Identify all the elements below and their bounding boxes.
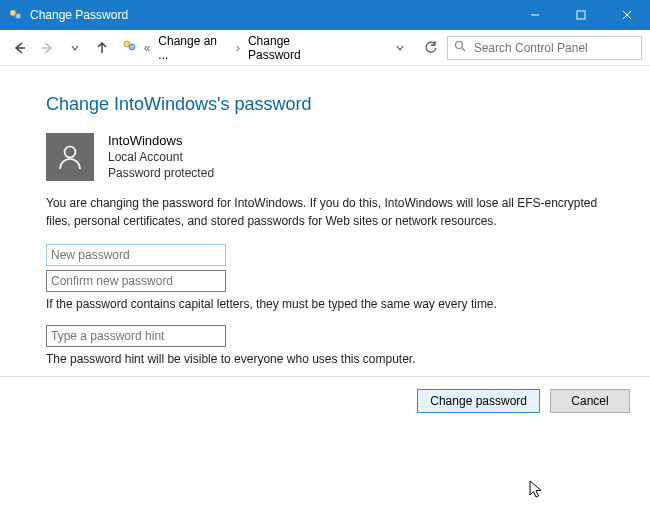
account-status: Password protected [108, 165, 214, 181]
user-name: IntoWindows [108, 133, 214, 148]
close-button[interactable] [604, 0, 650, 30]
footer: Change password Cancel [0, 376, 650, 425]
search-input[interactable] [472, 40, 635, 56]
user-summary: IntoWindows Local Account Password prote… [46, 133, 610, 181]
svg-point-11 [455, 42, 462, 49]
user-accounts-icon [122, 38, 138, 57]
svg-line-12 [462, 48, 465, 51]
titlebar: Change Password [0, 0, 650, 30]
warning-text: You are changing the password for IntoWi… [46, 195, 610, 230]
chevron-right-icon: › [234, 41, 242, 55]
back-button[interactable] [8, 36, 31, 60]
app-icon [8, 7, 24, 23]
up-button[interactable] [90, 36, 113, 60]
search-icon [454, 40, 466, 55]
recent-locations-button[interactable] [63, 36, 86, 60]
breadcrumb-parent[interactable]: Change an ... [156, 32, 230, 64]
hint-note: The password hint will be visible to eve… [46, 351, 610, 368]
refresh-button[interactable] [419, 41, 442, 55]
minimize-button[interactable] [512, 0, 558, 30]
window-title: Change Password [30, 8, 128, 22]
address-dropdown-button[interactable] [392, 43, 410, 53]
svg-point-10 [129, 44, 135, 50]
forward-button[interactable] [35, 36, 58, 60]
confirm-password-input[interactable] [46, 270, 226, 292]
main-content: Change IntoWindows's password IntoWindow… [0, 66, 650, 368]
new-password-input[interactable] [46, 244, 226, 266]
avatar [46, 133, 94, 181]
password-hint-input[interactable] [46, 325, 226, 347]
page-heading: Change IntoWindows's password [46, 94, 610, 115]
svg-point-13 [65, 147, 76, 158]
svg-rect-3 [577, 11, 585, 19]
change-password-button[interactable]: Change password [417, 389, 540, 413]
maximize-button[interactable] [558, 0, 604, 30]
cancel-button[interactable]: Cancel [550, 389, 630, 413]
caps-note: If the password contains capital letters… [46, 296, 610, 313]
search-box[interactable] [447, 36, 642, 60]
breadcrumb-current[interactable]: Change Password [246, 32, 345, 64]
toolbar: « Change an ... › Change Password [0, 30, 650, 66]
cursor-icon [529, 480, 543, 503]
svg-point-1 [15, 13, 21, 19]
breadcrumb[interactable]: « Change an ... › Change Password [122, 32, 345, 64]
chevron-left-icon: « [142, 41, 153, 55]
account-type: Local Account [108, 149, 214, 165]
